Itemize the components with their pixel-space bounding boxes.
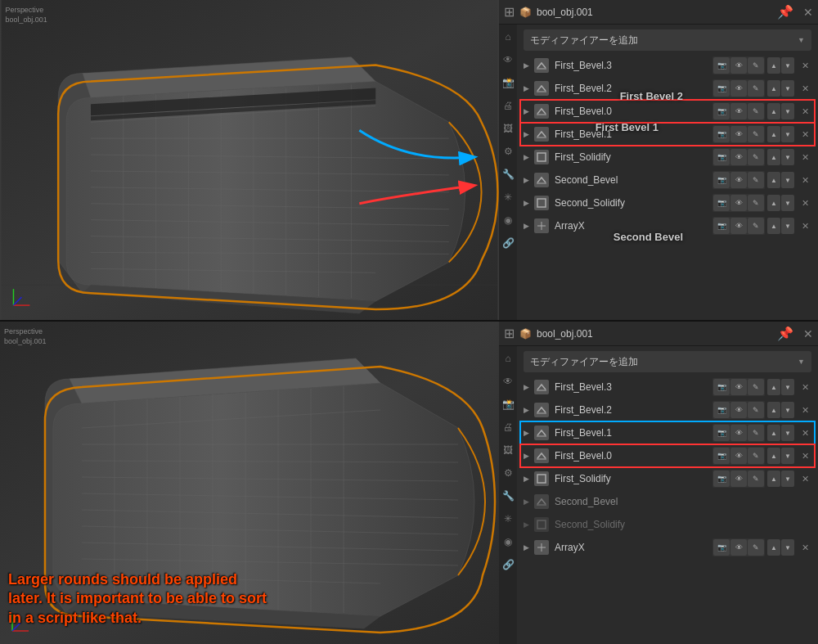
move-down-btn[interactable]: ▼: [781, 379, 794, 395]
move-up-btn[interactable]: ▲: [767, 539, 780, 556]
camera-vis-btn[interactable]: 📷: [713, 379, 730, 395]
edit-vis-btn[interactable]: ✎: [748, 80, 764, 97]
camera-vis-btn[interactable]: 📷: [713, 172, 730, 188]
delete-modifier-btn[interactable]: ✕: [798, 195, 811, 211]
sidebar-settings-icon[interactable]: ⚙: [501, 144, 515, 159]
top-modifier-first-solidify[interactable]: ▶ First_Solidify 📷 👁 ✎ ▲ ▼: [520, 146, 815, 169]
delete-modifier-btn[interactable]: ✕: [798, 539, 811, 556]
move-up-btn[interactable]: ▲: [767, 448, 780, 464]
bottom-modifier-first-bevel-2[interactable]: ▶ First_Bevel.2 📷 👁 ✎ ▲ ▼: [520, 399, 815, 421]
move-down-btn[interactable]: ▼: [781, 425, 794, 441]
eye-vis-btn[interactable]: 👁: [730, 379, 747, 395]
top-modifier-first-bevel-0[interactable]: ▶ First_Bevel.0 📷 👁 ✎ ▲ ▼: [520, 100, 815, 123]
delete-modifier-btn[interactable]: ✕: [798, 103, 811, 119]
sidebar-modifier-icon[interactable]: 🔧: [501, 489, 515, 503]
expand-icon[interactable]: ▶: [524, 222, 532, 230]
top-viewport[interactable]: Perspective bool_obj.001: [0, 0, 499, 320]
sidebar-output-icon[interactable]: 🖨: [501, 420, 515, 435]
edit-vis-btn[interactable]: ✎: [748, 126, 764, 142]
top-add-modifier-button[interactable]: モディファイアーを追加: [524, 29, 811, 51]
bottom-panel-pin[interactable]: 📌: [777, 326, 793, 341]
move-up-btn[interactable]: ▲: [767, 57, 780, 74]
camera-vis-btn[interactable]: 📷: [713, 425, 730, 441]
delete-modifier-btn[interactable]: ✕: [798, 80, 811, 97]
delete-modifier-btn[interactable]: ✕: [798, 379, 811, 395]
delete-modifier-btn[interactable]: ✕: [798, 402, 811, 418]
camera-vis-btn[interactable]: 📷: [713, 402, 730, 418]
expand-icon[interactable]: ▶: [524, 61, 532, 70]
move-up-btn[interactable]: ▲: [767, 149, 780, 165]
camera-vis-btn[interactable]: 📷: [713, 448, 730, 464]
delete-modifier-btn[interactable]: ✕: [798, 471, 811, 487]
move-up-btn[interactable]: ▲: [767, 402, 780, 418]
move-up-btn[interactable]: ▲: [767, 172, 780, 188]
top-panel-close[interactable]: ✕: [803, 6, 813, 19]
sidebar-view2-icon[interactable]: 🖼: [501, 121, 515, 136]
eye-vis-btn[interactable]: 👁: [730, 57, 747, 74]
top-modifier-second-solidify[interactable]: ▶ Second_Solidify 📷 👁 ✎ ▲ ▼: [520, 191, 815, 214]
sidebar-constraints-icon[interactable]: 🔗: [501, 557, 515, 572]
bottom-modifier-first-bevel-0[interactable]: ▶ First_Bevel.0 📷 👁 ✎ ▲ ▼: [520, 444, 815, 467]
camera-vis-btn[interactable]: 📷: [713, 57, 730, 74]
delete-modifier-btn[interactable]: ✕: [798, 172, 811, 188]
edit-vis-btn[interactable]: ✎: [748, 195, 764, 211]
bottom-modifier-first-bevel-1[interactable]: ▶ First_Bevel.1 📷 👁 ✎ ▲ ▼: [520, 421, 815, 444]
eye-vis-btn[interactable]: 👁: [730, 80, 747, 97]
bottom-add-modifier-button[interactable]: モディファイアーを追加: [524, 351, 811, 372]
bottom-panel-close[interactable]: ✕: [803, 327, 813, 340]
expand-icon[interactable]: ▶: [524, 130, 532, 138]
move-up-btn[interactable]: ▲: [767, 103, 780, 119]
move-down-btn[interactable]: ▼: [781, 218, 794, 234]
camera-vis-btn[interactable]: 📷: [713, 195, 730, 211]
sidebar-scene-icon[interactable]: ⌂: [501, 29, 515, 44]
edit-vis-btn[interactable]: ✎: [748, 218, 764, 234]
move-down-btn[interactable]: ▼: [781, 195, 794, 211]
move-down-btn[interactable]: ▼: [781, 149, 794, 165]
bottom-viewport[interactable]: Perspective bool_obj.001 Larger rounds s…: [0, 322, 499, 644]
move-down-btn[interactable]: ▼: [781, 126, 794, 142]
top-panel-pin[interactable]: 📌: [777, 4, 793, 20]
delete-modifier-btn[interactable]: ✕: [798, 149, 811, 165]
eye-vis-btn[interactable]: 👁: [730, 195, 747, 211]
edit-vis-btn[interactable]: ✎: [748, 539, 764, 556]
top-modifier-arrayx[interactable]: ▶ ArrayX 📷 👁 ✎ ▲ ▼: [520, 214, 815, 237]
eye-vis-btn[interactable]: 👁: [730, 103, 747, 119]
move-down-btn[interactable]: ▼: [781, 103, 794, 119]
bottom-modifier-arrayx[interactable]: ▶ ArrayX 📷 👁 ✎ ▲ ▼: [520, 536, 815, 559]
camera-vis-btn[interactable]: 📷: [713, 218, 730, 234]
sidebar-output-icon[interactable]: 🖨: [501, 98, 515, 113]
sidebar-settings-icon[interactable]: ⚙: [501, 466, 515, 480]
move-down-btn[interactable]: ▼: [781, 471, 794, 487]
top-modifier-second-bevel[interactable]: ▶ Second_Bevel 📷 👁 ✎ ▲ ▼: [520, 169, 815, 191]
edit-vis-btn[interactable]: ✎: [748, 402, 764, 418]
delete-modifier-btn[interactable]: ✕: [798, 448, 811, 464]
expand-icon[interactable]: ▶: [524, 176, 532, 184]
camera-vis-btn[interactable]: 📷: [713, 126, 730, 142]
edit-vis-btn[interactable]: ✎: [748, 57, 764, 74]
expand-icon[interactable]: ▶: [524, 498, 532, 506]
eye-vis-btn[interactable]: 👁: [730, 448, 747, 464]
eye-vis-btn[interactable]: 👁: [730, 218, 747, 234]
bottom-modifier-second-bevel[interactable]: ▶ Second_Bevel: [520, 490, 815, 513]
camera-vis-btn[interactable]: 📷: [713, 471, 730, 487]
sidebar-render-icon[interactable]: 📸: [501, 397, 515, 412]
sidebar-scene-icon[interactable]: ⌂: [501, 351, 515, 366]
expand-icon[interactable]: ▶: [524, 475, 532, 483]
top-modifier-first-bevel-1[interactable]: ▶ First_Bevel.1 📷 👁 ✎ ▲ ▼: [520, 123, 815, 146]
sidebar-physics-icon[interactable]: ◉: [501, 534, 515, 549]
delete-modifier-btn[interactable]: ✕: [798, 57, 811, 74]
edit-vis-btn[interactable]: ✎: [748, 471, 764, 487]
move-up-btn[interactable]: ▲: [767, 425, 780, 441]
camera-vis-btn[interactable]: 📷: [713, 80, 730, 97]
edit-vis-btn[interactable]: ✎: [748, 425, 764, 441]
sidebar-particles-icon[interactable]: ✳: [501, 511, 515, 526]
bottom-modifier-first-solidify[interactable]: ▶ First_Solidify 📷 👁 ✎ ▲ ▼: [520, 467, 815, 490]
move-down-btn[interactable]: ▼: [781, 539, 794, 556]
expand-icon[interactable]: ▶: [524, 84, 532, 92]
move-down-btn[interactable]: ▼: [781, 448, 794, 464]
eye-vis-btn[interactable]: 👁: [730, 539, 747, 556]
move-up-btn[interactable]: ▲: [767, 126, 780, 142]
eye-vis-btn[interactable]: 👁: [730, 425, 747, 441]
expand-icon[interactable]: ▶: [524, 383, 532, 391]
edit-vis-btn[interactable]: ✎: [748, 103, 764, 119]
